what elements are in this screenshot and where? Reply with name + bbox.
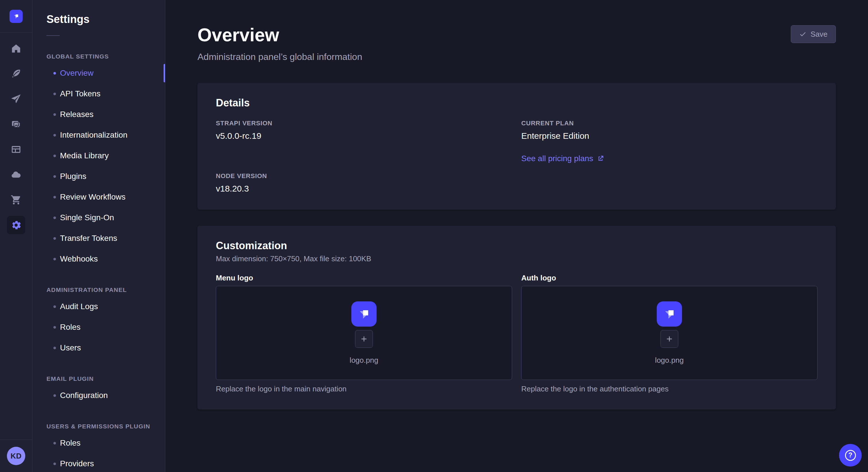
feather-icon[interactable] xyxy=(7,65,25,83)
main-nav-rail: KD xyxy=(0,0,32,472)
save-button[interactable]: Save xyxy=(791,25,836,43)
bullet-icon xyxy=(53,326,56,329)
sidebar-item-providers[interactable]: Providers xyxy=(32,453,165,472)
sidebar-section-label: USERS & PERMISSIONS PLUGIN xyxy=(46,423,165,430)
sidebar-item-users[interactable]: Users xyxy=(32,338,165,358)
current-plan-value: Enterprise Edition xyxy=(521,131,817,141)
upload-hint: Replace the logo in the main navigation xyxy=(216,384,512,394)
strapi-version-label: STRAPI VERSION xyxy=(216,120,512,127)
bullet-icon xyxy=(53,72,56,74)
logo-upload-dropzone[interactable]: logo.png xyxy=(216,286,512,380)
sidebar-item-review-workflows[interactable]: Review Workflows xyxy=(32,187,165,207)
sidebar-section-label: EMAIL PLUGIN xyxy=(46,375,165,382)
gear-icon[interactable] xyxy=(7,216,25,234)
plus-icon xyxy=(665,335,674,343)
upload-field-label: Menu logo xyxy=(216,274,512,282)
add-logo-button[interactable] xyxy=(660,330,678,348)
strapi-monogram-icon xyxy=(662,307,677,322)
sidebar-item-roles[interactable]: Roles xyxy=(32,433,165,453)
layout-icon[interactable] xyxy=(7,140,25,159)
bullet-icon xyxy=(53,394,56,397)
bullet-icon xyxy=(53,216,56,219)
sidebar-item-transfer-tokens[interactable]: Transfer Tokens xyxy=(32,228,165,248)
question-mark-icon: ? xyxy=(845,450,856,461)
strapi-monogram-icon xyxy=(356,307,371,322)
sidebar-title: Settings xyxy=(46,13,165,26)
auth-logo-upload-field: Auth logo logo.png Replace the logo in t… xyxy=(521,274,817,394)
sidebar-item-media-library[interactable]: Media Library xyxy=(32,145,165,166)
content-area: Details STRAPI VERSION v5.0.0-rc.19 CURR… xyxy=(165,83,868,409)
page-header: Overview Administration panel’s global i… xyxy=(165,0,868,62)
bullet-icon xyxy=(53,347,56,349)
sidebar-item-single-sign-on[interactable]: Single Sign-On xyxy=(32,207,165,228)
menu-logo-upload-field: Menu logo logo.png Replace the logo in t… xyxy=(216,274,512,394)
bullet-icon xyxy=(53,305,56,308)
main-content: Overview Administration panel’s global i… xyxy=(165,0,868,472)
paper-plane-icon[interactable] xyxy=(7,90,25,108)
sidebar-item-webhooks[interactable]: Webhooks xyxy=(32,248,165,269)
settings-menu: GLOBAL SETTINGS Overview API Tokens Rele… xyxy=(32,53,165,472)
sidebar-item-roles[interactable]: Roles xyxy=(32,317,165,338)
cloud-icon[interactable] xyxy=(7,165,25,184)
sidebar-item-api-tokens[interactable]: API Tokens xyxy=(32,83,165,104)
sidebar-item-releases[interactable]: Releases xyxy=(32,104,165,125)
plus-icon xyxy=(360,335,368,343)
customization-card: Customization Max dimension: 750×750, Ma… xyxy=(197,226,836,409)
details-heading: Details xyxy=(216,97,817,109)
strapi-version-field: STRAPI VERSION v5.0.0-rc.19 xyxy=(216,120,512,163)
page-title: Overview xyxy=(197,25,362,45)
external-link-icon xyxy=(597,155,604,162)
bullet-icon xyxy=(53,134,56,136)
bullet-icon xyxy=(53,237,56,240)
sidebar-section-label: ADMINISTRATION PANEL xyxy=(46,286,165,293)
check-icon xyxy=(799,30,807,38)
pricing-plans-link[interactable]: See all pricing plans xyxy=(521,154,604,163)
sidebar-item-configuration[interactable]: Configuration xyxy=(32,385,165,406)
customization-subheading: Max dimension: 750×750, Max file size: 1… xyxy=(216,255,817,263)
node-version-field: NODE VERSION v18.20.3 xyxy=(216,172,512,194)
current-plan-label: CURRENT PLAN xyxy=(521,120,817,127)
bullet-icon xyxy=(53,93,56,95)
sidebar-divider xyxy=(46,35,60,36)
sidebar-section-label: GLOBAL SETTINGS xyxy=(46,53,165,60)
avatar[interactable]: KD xyxy=(7,447,25,465)
upload-hint: Replace the logo in the authentication p… xyxy=(521,384,817,394)
logo-filename: logo.png xyxy=(350,356,378,365)
page-subtitle: Administration panel’s global informatio… xyxy=(197,52,362,62)
sidebar-item-plugins[interactable]: Plugins xyxy=(32,166,165,187)
sidebar-item-internationalization[interactable]: Internationalization xyxy=(32,125,165,145)
help-button[interactable]: ? xyxy=(839,444,862,467)
images-icon[interactable] xyxy=(7,115,25,133)
logo-filename: logo.png xyxy=(655,356,684,365)
logo-preview xyxy=(351,301,377,327)
bullet-icon xyxy=(53,175,56,178)
sidebar-item-overview[interactable]: Overview xyxy=(32,63,165,83)
cart-icon[interactable] xyxy=(7,191,25,209)
bullet-icon xyxy=(53,155,56,157)
rail-footer: KD xyxy=(0,440,32,472)
node-version-label: NODE VERSION xyxy=(216,172,512,180)
node-version-value: v18.20.3 xyxy=(216,184,512,194)
bullet-icon xyxy=(53,463,56,465)
logo-preview xyxy=(657,301,682,327)
customization-heading: Customization xyxy=(216,239,817,252)
home-icon[interactable] xyxy=(7,39,25,58)
rail-logo-section xyxy=(0,0,32,33)
details-card: Details STRAPI VERSION v5.0.0-rc.19 CURR… xyxy=(197,83,836,210)
settings-sidebar: Settings GLOBAL SETTINGS Overview API To… xyxy=(32,0,165,472)
logo-upload-dropzone[interactable]: logo.png xyxy=(521,286,817,380)
sidebar-item-audit-logs[interactable]: Audit Logs xyxy=(32,296,165,317)
bullet-icon xyxy=(53,196,56,198)
upload-field-label: Auth logo xyxy=(521,274,817,282)
add-logo-button[interactable] xyxy=(355,330,373,348)
strapi-monogram-icon xyxy=(12,12,20,20)
bullet-icon xyxy=(53,258,56,260)
rail-nav xyxy=(7,33,25,440)
strapi-version-value: v5.0.0-rc.19 xyxy=(216,131,512,141)
current-plan-field: CURRENT PLAN Enterprise Edition See all … xyxy=(521,120,817,163)
bullet-icon xyxy=(53,113,56,116)
bullet-icon xyxy=(53,442,56,444)
strapi-logo-icon[interactable] xyxy=(9,10,23,23)
